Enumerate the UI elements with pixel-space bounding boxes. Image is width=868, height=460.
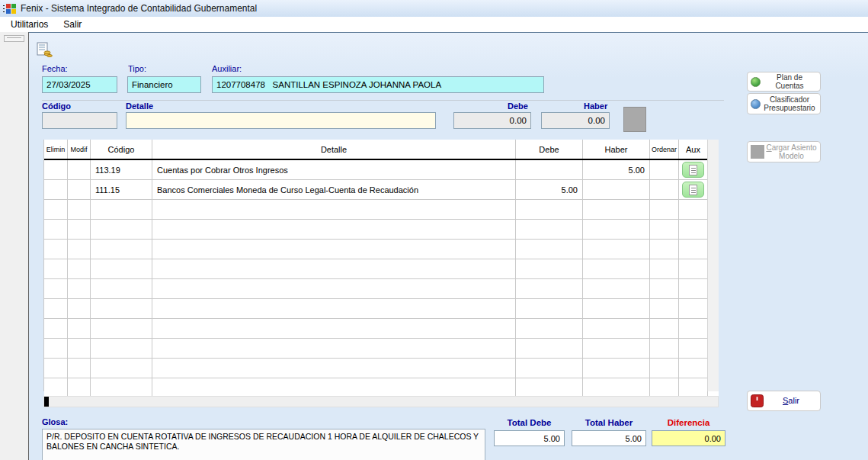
ordenar-cell[interactable] <box>650 180 679 199</box>
header-codigo[interactable]: Código <box>91 140 152 159</box>
table-row-empty[interactable] <box>44 299 719 319</box>
menu-utilitarios[interactable]: Utilitarios <box>3 18 56 31</box>
empty-cell <box>679 220 708 239</box>
empty-rows-area <box>44 200 719 398</box>
table-vertical-scrollbar[interactable] <box>707 140 719 391</box>
title-bar: Fenix - Sistema Integrado de Contabilida… <box>0 0 868 17</box>
detalle-cell: Bancos Comerciales Moneda de Curso Legal… <box>152 180 516 199</box>
empty-cell <box>68 299 91 318</box>
empty-cell <box>516 240 583 259</box>
elimin-cell[interactable] <box>44 180 68 199</box>
empty-cell <box>583 339 650 358</box>
header-haber[interactable]: Haber <box>583 140 650 159</box>
diferencia-field: 0.00 <box>652 430 725 446</box>
table-row[interactable]: 111.15 Bancos Comerciales Moneda de Curs… <box>44 180 719 200</box>
header-elimin[interactable]: Elimin <box>44 140 68 159</box>
empty-cell <box>152 220 516 239</box>
table-row-empty[interactable] <box>44 220 719 240</box>
haber-cell: 5.00 <box>583 160 650 179</box>
scrollbar-thumb[interactable] <box>44 397 49 407</box>
table-row-empty[interactable] <box>44 259 719 279</box>
codigo-label: Código <box>42 101 71 111</box>
empty-cell <box>583 240 650 259</box>
empty-cell <box>91 220 152 239</box>
glosa-textarea[interactable]: P/R. DEPOSITO EN CUENTA ROTATIVA DE INGR… <box>42 429 485 460</box>
header-aux[interactable]: Aux <box>679 140 708 159</box>
empty-cell <box>650 359 679 378</box>
empty-cell <box>68 220 91 239</box>
table-row-empty[interactable] <box>44 339 719 359</box>
table-row-empty[interactable] <box>44 200 719 220</box>
empty-cell <box>583 220 650 239</box>
debe-label: Debe <box>508 101 528 111</box>
table-row[interactable]: 113.19 Cuentas por Cobrar Otros Ingresos… <box>44 160 719 180</box>
header-ordenar[interactable]: Ordenar <box>650 140 679 159</box>
total-debe-field: 5.00 <box>494 430 565 446</box>
empty-cell <box>152 299 516 318</box>
clasificador-presupuestario-button[interactable]: Clasificador Presupuestario <box>747 93 821 114</box>
empty-cell <box>516 378 583 397</box>
empty-cell <box>44 319 68 338</box>
empty-cell <box>91 339 152 358</box>
modif-cell[interactable] <box>68 160 91 179</box>
tipo-label: Tipo: <box>128 64 146 73</box>
empty-cell <box>650 240 679 259</box>
empty-cell <box>44 200 68 219</box>
diferencia-label: Diferencia <box>652 418 725 427</box>
table-row-empty[interactable] <box>44 240 719 259</box>
windows-logo-icon <box>3 3 16 14</box>
fecha-input[interactable]: 27/03/2025 <box>42 76 117 93</box>
codigo-input[interactable] <box>42 112 117 129</box>
ordenar-cell[interactable] <box>650 160 679 179</box>
empty-cell <box>68 200 91 219</box>
salir-button[interactable]: Salir <box>747 391 821 411</box>
cargar-asiento-modelo-button[interactable]: Cargar Asiento Modelo <box>747 141 821 162</box>
empty-cell <box>679 319 708 338</box>
auxiliar-input[interactable]: 1207708478 SANTILLAN ESPINOZA JOHANNA PA… <box>212 76 544 93</box>
haber-input[interactable]: 0.00 <box>541 112 610 129</box>
empty-cell <box>583 299 650 318</box>
empty-cell <box>650 299 679 318</box>
menu-salir[interactable]: Salir <box>56 18 89 31</box>
empty-cell <box>152 279 516 298</box>
empty-cell <box>516 319 583 338</box>
modif-cell[interactable] <box>68 180 91 199</box>
debe-cell: 5.00 <box>516 180 583 199</box>
elimin-cell[interactable] <box>44 160 68 179</box>
empty-cell <box>91 378 152 397</box>
empty-cell <box>583 359 650 378</box>
empty-cell <box>152 378 516 397</box>
detalle-input[interactable] <box>126 112 436 129</box>
debe-cell <box>516 160 583 179</box>
table-row-empty[interactable] <box>44 319 719 339</box>
header-modif[interactable]: Modif <box>68 140 91 159</box>
debe-input[interactable]: 0.00 <box>453 112 531 129</box>
left-panel-strip[interactable] <box>0 32 29 460</box>
menu-bar: Utilitarios Salir <box>0 17 868 32</box>
new-entry-document-icon[interactable] <box>36 42 53 57</box>
aux-button[interactable] <box>682 182 704 198</box>
plan-de-cuentas-button[interactable]: Plan de Cuentas <box>747 72 821 92</box>
detalle-cell: Cuentas por Cobrar Otros Ingresos <box>152 160 516 179</box>
splitter-grip[interactable] <box>4 35 24 42</box>
empty-cell <box>152 240 516 259</box>
window-title: Fenix - Sistema Integrado de Contabilida… <box>21 3 257 14</box>
tipo-input[interactable]: Financiero <box>127 76 201 93</box>
empty-cell <box>68 279 91 298</box>
salir-label: Salir <box>765 397 817 405</box>
table-row-empty[interactable] <box>44 279 719 299</box>
empty-cell <box>679 279 708 298</box>
header-detalle[interactable]: Detalle <box>152 140 516 159</box>
table-horizontal-scrollbar[interactable] <box>43 396 719 407</box>
auxiliar-label: Auxiliar: <box>212 64 242 73</box>
table-row-empty[interactable] <box>44 359 719 378</box>
empty-cell <box>68 378 91 397</box>
empty-cell <box>68 319 91 338</box>
aux-button[interactable] <box>682 162 704 178</box>
empty-cell <box>91 200 152 219</box>
aux-cell <box>679 160 708 179</box>
header-debe[interactable]: Debe <box>516 140 583 159</box>
add-entry-button[interactable] <box>623 107 646 132</box>
codigo-cell: 113.19 <box>91 160 152 179</box>
empty-cell <box>679 240 708 259</box>
